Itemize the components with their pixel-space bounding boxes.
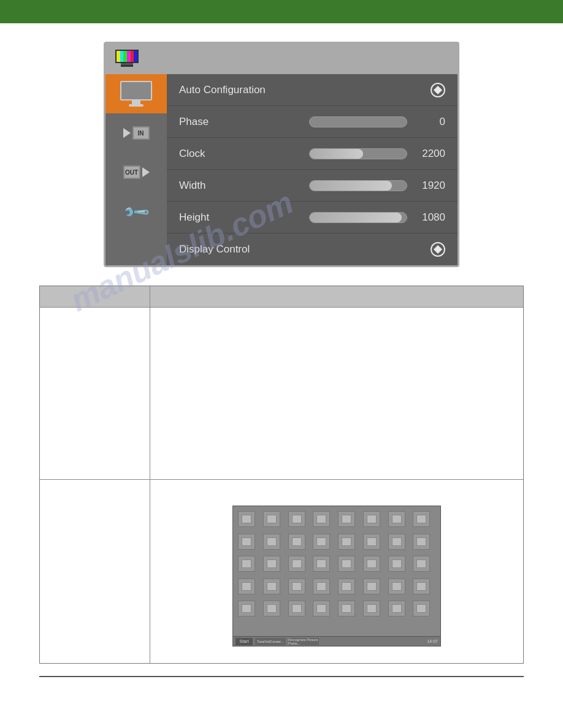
desktop-icon: [388, 601, 405, 616]
desktop-icon: [413, 601, 430, 616]
sidebar-item-input[interactable]: IN: [105, 113, 167, 153]
desktop-icon: [338, 578, 355, 594]
desktop-icon: [238, 578, 255, 594]
desktop-icon: [288, 534, 305, 550]
desktop-icon: [388, 534, 405, 550]
desktop-grid: [233, 506, 440, 626]
desktop-icon: [363, 578, 380, 594]
desktop-icon: [388, 511, 405, 527]
clock-right: 2200: [309, 148, 445, 160]
desktop-icon: [263, 511, 280, 527]
desktop-icon: [338, 534, 355, 550]
display-control-label: Display Control: [179, 243, 265, 256]
desktop-icon: [413, 534, 430, 550]
display-control-button-icon[interactable]: [431, 242, 445, 257]
diamond-inner: [434, 85, 442, 94]
desktop-icon: [363, 534, 380, 550]
menu-item-clock[interactable]: Clock 2200: [167, 138, 458, 170]
taskbar-item-2: Recognize Picture Pubis...: [288, 638, 319, 645]
table-cell-2-1: [40, 480, 150, 663]
desktop-icon: [263, 601, 280, 616]
menu-item-phase[interactable]: Phase 0: [167, 106, 458, 138]
arrow-right-icon: [123, 128, 131, 138]
clock-slider[interactable]: [309, 148, 407, 159]
arrow-out-item: OUT: [123, 165, 150, 179]
desktop-icon: [263, 578, 280, 594]
desktop-icon: [288, 511, 305, 527]
width-fill: [310, 181, 392, 191]
desktop-icon: [338, 556, 355, 572]
table-header-col1: [40, 286, 150, 307]
phase-slider[interactable]: [309, 116, 407, 127]
desktop-icon: [263, 556, 280, 572]
info-table: Start TotalVidCenter... Recognize Pictur…: [39, 286, 524, 664]
menu-item-display-control[interactable]: Display Control: [167, 233, 458, 265]
desktop-icon: [413, 556, 430, 572]
taskbar-item-1: TotalVidCenter...: [255, 638, 286, 645]
in-label: IN: [132, 126, 150, 140]
tv-bar-blue: [134, 51, 137, 62]
desktop-screenshot: Start TotalVidCenter... Recognize Pictur…: [232, 506, 441, 646]
table-row-1: [40, 307, 523, 479]
osd-header: [105, 44, 458, 74]
sidebar-item-tools[interactable]: 🔧: [105, 192, 167, 231]
height-slider[interactable]: [309, 212, 407, 223]
desktop-icon: [338, 601, 355, 616]
taskbar-time: 14:07: [427, 639, 438, 643]
osd-body: IN OUT 🔧 Auto: [105, 74, 458, 265]
height-fill: [310, 213, 402, 222]
clock-label: Clock: [179, 148, 265, 160]
menu-item-height[interactable]: Height 1080: [167, 202, 458, 233]
width-slider[interactable]: [309, 180, 407, 191]
desktop-icon: [238, 511, 255, 527]
sidebar-item-monitor[interactable]: [105, 74, 167, 113]
desktop-icon: [388, 556, 405, 572]
desktop-icon: [238, 601, 255, 616]
desktop-icon: [313, 511, 330, 527]
height-label: Height: [179, 211, 265, 224]
auto-config-label: Auto Configuration: [179, 84, 266, 96]
monitor-base: [129, 104, 144, 107]
auto-config-right: [431, 83, 445, 97]
desktop-icon: [313, 601, 330, 616]
height-right: 1080: [309, 211, 445, 224]
tv-color-icon: [115, 48, 139, 69]
bottom-rule: [39, 676, 524, 677]
osd-menu: Auto Configuration Phase 0: [167, 74, 458, 265]
desktop-icon: [313, 534, 330, 550]
desktop-icon: [363, 601, 380, 616]
table-header-col2: [150, 286, 523, 307]
desktop-icon: [288, 556, 305, 572]
desktop-icon: [413, 578, 430, 594]
desktop-icon: [338, 511, 355, 527]
arrow-in-item: IN: [123, 126, 150, 140]
out-label: OUT: [123, 165, 140, 179]
desktop-icon: [388, 578, 405, 594]
taskbar-start: Start: [236, 638, 253, 645]
clock-fill: [310, 149, 363, 159]
width-value: 1920: [415, 180, 445, 192]
table-header: [40, 286, 523, 307]
desktop-icon: [288, 601, 305, 616]
width-right: 1920: [309, 180, 445, 192]
sidebar-item-output[interactable]: OUT: [105, 153, 167, 192]
desktop-icon: [288, 578, 305, 594]
desktop-icon: [363, 511, 380, 527]
wrench-icon: 🔧: [121, 197, 151, 226]
top-banner: [0, 0, 563, 23]
arrow-right-out-icon: [142, 167, 150, 177]
menu-item-width[interactable]: Width 1920: [167, 170, 458, 202]
desktop-icon: [238, 534, 255, 550]
taskbar: Start TotalVidCenter... Recognize Pictur…: [233, 636, 440, 646]
monitor-screen: [120, 81, 152, 100]
desktop-icon: [413, 511, 430, 527]
menu-item-auto-config[interactable]: Auto Configuration: [167, 74, 458, 106]
height-value: 1080: [415, 211, 445, 224]
tv-stand: [121, 63, 133, 67]
main-content: IN OUT 🔧 Auto: [0, 42, 563, 677]
diamond-inner-2: [434, 245, 442, 254]
osd-panel: IN OUT 🔧 Auto: [104, 42, 459, 267]
auto-config-button-icon[interactable]: [431, 83, 445, 97]
desktop-icon: [313, 556, 330, 572]
phase-label: Phase: [179, 116, 265, 128]
